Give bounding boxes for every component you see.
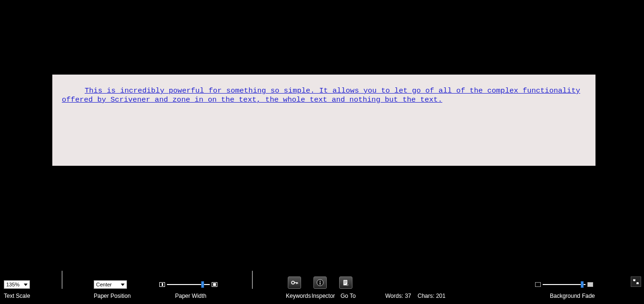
narrow-icon [159,282,165,287]
paper-width-label: Paper Width [175,293,206,299]
svg-point-2 [320,281,321,282]
separator [252,271,253,289]
inspector-label: Inspector [312,293,335,299]
goto-label: Go To [341,293,356,299]
info-icon [316,278,324,287]
fade-dark-icon [535,282,541,287]
svg-point-0 [292,281,294,284]
svg-rect-3 [320,282,321,285]
exit-fullscreen-icon [633,278,639,285]
word-count: Words: 37 [385,293,411,299]
bottom-toolbar: 135% Text Scale Center Paper Position Pa… [0,266,644,304]
words-value: 37 [405,293,411,299]
separator [62,271,62,289]
editor-paper[interactable]: This is incredibly powerful for somethin… [52,75,595,166]
text-scale-dropdown[interactable]: 135% [4,280,30,289]
exit-fullscreen-button[interactable] [631,276,641,287]
document-text[interactable]: This is incredibly powerful for somethin… [62,86,586,104]
slider-thumb[interactable] [201,281,204,288]
chars-label: Chars: [418,293,434,299]
text-scale-value: 135% [6,282,20,287]
slider-thumb[interactable] [581,281,584,288]
paper-width-slider[interactable] [159,281,217,288]
chevron-down-icon [121,284,125,286]
words-label: Words: [385,293,403,299]
chevron-down-icon [24,284,28,286]
goto-icon [342,278,350,287]
paper-position-dropdown[interactable]: Center [94,280,127,289]
slider-track[interactable] [167,284,210,285]
chars-value: 201 [436,293,446,299]
slider-track[interactable] [543,284,585,285]
wide-icon [212,282,217,287]
keywords-button[interactable] [288,276,301,289]
background-fade-slider[interactable] [535,281,593,288]
keywords-label: Keywords [286,293,311,299]
key-icon [290,278,299,287]
char-count: Chars: 201 [418,293,446,299]
inspector-button[interactable] [313,276,327,289]
background-fade-label: Background Fade [550,293,595,299]
fade-light-icon [587,282,593,287]
text-scale-label: Text Scale [4,293,30,299]
goto-button[interactable] [339,276,352,289]
paper-position-value: Center [96,282,112,287]
paper-position-label: Paper Position [94,293,131,299]
